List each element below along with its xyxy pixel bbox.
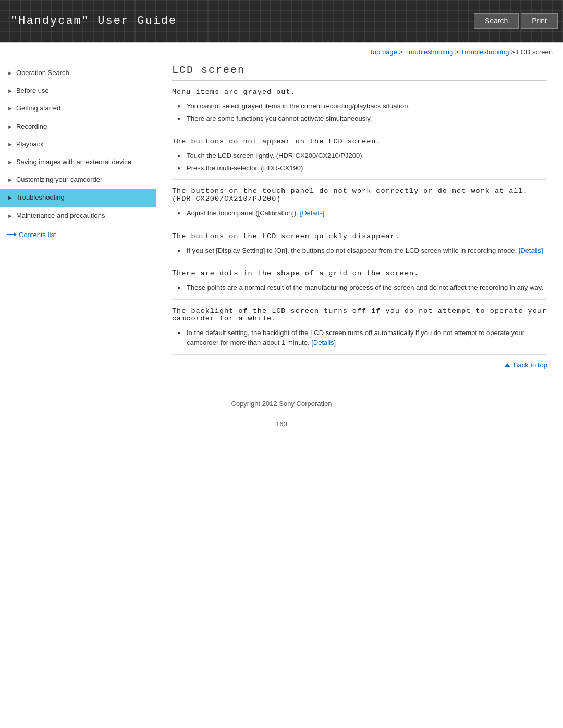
page-footer: Copyright 2012 Sony Corporation	[0, 392, 563, 415]
bullet-list-2: Touch the LCD screen lightly. (HDR-CX200…	[172, 150, 547, 174]
sidebar-item-customizing[interactable]: ► Customizing your camcorder	[0, 171, 156, 189]
section-heading-4: The buttons on the LCD screen quickly di…	[172, 232, 547, 240]
sidebar: ► Operation Search ► Before use ► Gettin…	[0, 59, 156, 381]
sidebar-arrow-icon: ►	[7, 87, 13, 95]
breadcrumb: Top page > Troubleshooting > Troubleshoo…	[0, 43, 563, 59]
search-button[interactable]: Search	[474, 13, 519, 29]
sidebar-item-before-use[interactable]: ► Before use	[0, 82, 156, 100]
section-buttons-not-appear: The buttons do not appear on the LCD scr…	[172, 138, 547, 180]
main-layout: ► Operation Search ► Before use ► Gettin…	[0, 59, 563, 381]
breadcrumb-troubleshooting-1[interactable]: Troubleshooting	[405, 48, 453, 56]
bullet-list-4: If you set [Display Setting] to [On], th…	[172, 244, 547, 257]
sidebar-item-troubleshooting[interactable]: ► Troubleshooting	[0, 189, 156, 206]
details-link-2[interactable]: [Details]	[519, 246, 543, 254]
sidebar-arrow-icon: ►	[7, 105, 13, 113]
sidebar-item-recording[interactable]: ► Recording	[0, 118, 156, 135]
sidebar-item-getting-started[interactable]: ► Getting started	[0, 100, 156, 117]
list-item: You cannot select grayed items in the cu…	[177, 100, 547, 113]
bullet-list-1: You cannot select grayed items in the cu…	[172, 100, 547, 125]
header-buttons: Search Print	[474, 13, 558, 29]
list-item: There are some functions you cannot acti…	[177, 113, 547, 125]
details-link-3[interactable]: [Details]	[311, 339, 336, 347]
sidebar-arrow-icon: ►	[7, 69, 13, 77]
list-item: Touch the LCD screen lightly. (HDR-CX200…	[177, 150, 547, 162]
sidebar-arrow-icon: ►	[7, 123, 13, 131]
contents-list-link[interactable]: Contents list	[0, 225, 156, 243]
list-item: In the default setting, the backlight of…	[177, 327, 547, 349]
section-heading-1: Menu items are grayed out.	[172, 88, 547, 96]
breadcrumb-current: LCD screen	[517, 48, 553, 56]
list-item: If you set [Display Setting] to [On], th…	[177, 244, 547, 257]
site-title: "Handycam" User Guide	[5, 15, 177, 28]
page-number: 160	[0, 415, 563, 433]
section-buttons-disappear: The buttons on the LCD screen quickly di…	[172, 232, 547, 263]
bullet-list-5: These points are a normal result of the …	[172, 281, 547, 294]
back-to-top: Back to top	[172, 357, 547, 371]
breadcrumb-top-page[interactable]: Top page	[369, 48, 397, 56]
bullet-list-6: In the default setting, the backlight of…	[172, 327, 547, 349]
section-touch-panel: The buttons on the touch panel do not wo…	[172, 187, 547, 225]
sidebar-item-saving-images[interactable]: ► Saving images with an external device	[0, 153, 156, 171]
print-button[interactable]: Print	[521, 13, 558, 29]
page-title: LCD screen	[172, 64, 547, 81]
details-link-1[interactable]: [Details]	[300, 209, 325, 217]
bullet-list-3: Adjust the touch panel ([Calibration]). …	[172, 207, 547, 219]
list-item: Press the multi-selector. (HDR-CX190)	[177, 162, 547, 175]
sidebar-arrow-icon: ►	[7, 158, 13, 166]
arrow-right-icon	[7, 232, 17, 237]
copyright-text: Copyright 2012 Sony Corporation	[231, 400, 332, 408]
triangle-up-icon	[505, 363, 510, 367]
section-dots-grid: There are dots in the shape of a grid on…	[172, 269, 547, 300]
sidebar-arrow-icon: ►	[7, 141, 13, 149]
sidebar-item-maintenance[interactable]: ► Maintenance and precautions	[0, 207, 156, 225]
sidebar-arrow-icon: ►	[7, 176, 13, 184]
sidebar-item-operation-search[interactable]: ► Operation Search	[0, 64, 156, 82]
content-area: LCD screen Menu items are grayed out. Yo…	[156, 59, 563, 381]
list-item: Adjust the touch panel ([Calibration]). …	[177, 207, 547, 219]
list-item: These points are a normal result of the …	[177, 281, 547, 294]
section-grayed-out: Menu items are grayed out. You cannot se…	[172, 88, 547, 130]
section-backlight: The backlight of the LCD screen turns of…	[172, 307, 547, 355]
sidebar-arrow-icon: ►	[7, 194, 13, 202]
sidebar-item-playback[interactable]: ► Playback	[0, 135, 156, 153]
section-heading-2: The buttons do not appear on the LCD scr…	[172, 138, 547, 145]
sidebar-arrow-icon: ►	[7, 212, 13, 220]
breadcrumb-troubleshooting-2[interactable]: Troubleshooting	[461, 48, 509, 56]
section-heading-6: The backlight of the LCD screen turns of…	[172, 307, 547, 323]
section-heading-5: There are dots in the shape of a grid on…	[172, 269, 547, 277]
section-heading-3: The buttons on the touch panel do not wo…	[172, 187, 547, 203]
back-to-top-link[interactable]: Back to top	[505, 361, 547, 369]
page-header: "Handycam" User Guide Search Print	[0, 0, 563, 42]
